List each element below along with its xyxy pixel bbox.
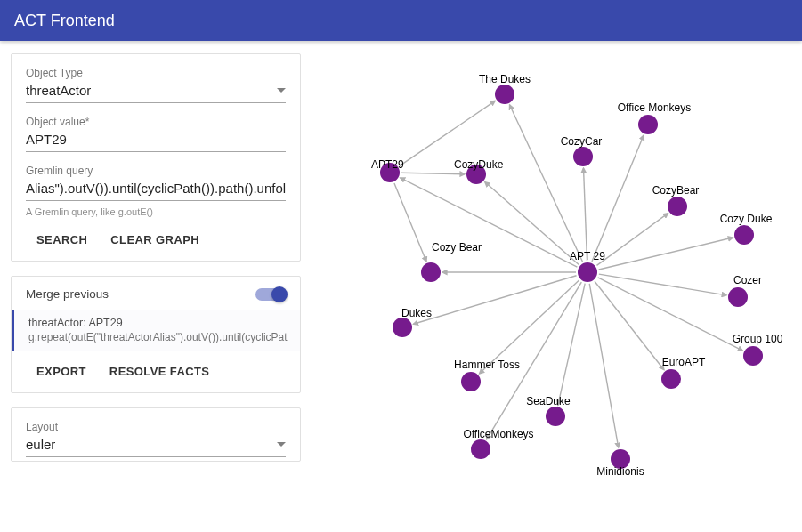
graph-svg: APT 29APT29CozyDukeThe DukesCozyCarOffic… (312, 41, 802, 532)
graph-edge (596, 214, 668, 266)
history-item[interactable]: threatActor: APT29 g.repeat(outE("threat… (12, 310, 300, 351)
graph-node-label: CozyDuke (454, 158, 504, 171)
gremlin-helper: A Gremlin query, like g.outE() (26, 206, 286, 217)
graph-node[interactable] (471, 439, 490, 459)
graph-node[interactable] (661, 369, 681, 389)
graph-node-label: CozyCar (561, 135, 603, 148)
clear-graph-button[interactable]: Clear Graph (107, 228, 203, 252)
graph-node[interactable] (495, 85, 514, 104)
gremlin-label: Gremlin query (26, 165, 286, 177)
search-button[interactable]: Search (33, 228, 91, 252)
graph-node[interactable] (393, 318, 412, 337)
chevron-down-icon (277, 442, 286, 447)
graph-node-label: Office Monkeys (618, 101, 691, 114)
layout-value: euler (26, 437, 55, 452)
history-button-row: Export Resolve Facts (26, 352, 286, 383)
merge-previous-row: Merge previous (26, 287, 286, 310)
graph-node[interactable] (546, 407, 565, 426)
graph-node-label: Cozer (733, 274, 762, 286)
graph-node[interactable] (668, 197, 687, 216)
graph-node-label: Minidionis (596, 465, 644, 478)
history-card: Merge previous threatActor: APT29 g.repe… (11, 276, 301, 393)
merge-previous-toggle[interactable] (255, 288, 286, 301)
graph-edge (592, 135, 644, 262)
graph-node-label: Dukes (401, 307, 432, 319)
search-card: Object Type threatActor Object value* Gr… (11, 53, 301, 262)
graph-node-label: APT 29 (570, 250, 605, 262)
graph-node[interactable] (461, 372, 481, 391)
layout-label: Layout (26, 421, 286, 433)
object-value-field: Object value* (26, 116, 286, 152)
resolve-facts-button[interactable]: Resolve Facts (106, 359, 214, 383)
graph-canvas[interactable]: APT 29APT29CozyDukeThe DukesCozyCarOffic… (312, 41, 802, 532)
app-title: ACT Frontend (14, 12, 115, 30)
graph-edge (400, 101, 496, 165)
main-layout: Object Type threatActor Object value* Gr… (0, 41, 802, 532)
history-item-subtitle: g.repeat(outE("threatActorAlias").outV()… (28, 331, 295, 343)
graph-edge (583, 168, 587, 261)
graph-node-center[interactable] (578, 262, 597, 282)
graph-node-label: SeaDuke (526, 395, 571, 407)
graph-node-label: The Dukes (479, 73, 531, 85)
history-item-title: threatActor: APT29 (28, 317, 295, 329)
appbar: ACT Frontend (0, 0, 802, 41)
graph-node-label: Cozy Duke (720, 213, 773, 225)
graph-node[interactable] (638, 115, 658, 134)
graph-edge (413, 276, 576, 325)
graph-node[interactable] (573, 147, 593, 166)
graph-node-label: Hammer Toss (454, 359, 520, 371)
sidebar: Object Type threatActor Object value* Gr… (0, 41, 312, 532)
object-type-value: threatActor (26, 83, 91, 98)
graph-edge (558, 284, 585, 406)
graph-edge (401, 173, 465, 173)
graph-edge (589, 284, 618, 447)
object-type-field[interactable]: Object Type threatActor (26, 67, 286, 103)
object-value-label: Object value* (26, 116, 286, 128)
graph-node-label: EuroAPT (662, 356, 706, 368)
graph-node[interactable] (728, 287, 748, 307)
graph-node-label: APT29 (371, 158, 404, 171)
gremlin-input[interactable] (26, 177, 286, 201)
merge-previous-label: Merge previous (26, 287, 109, 301)
graph-node-label: Cozy Bear (432, 241, 482, 254)
graph-edge (599, 274, 726, 295)
graph-edge (599, 238, 733, 270)
graph-node-label: OfficeMonkeys (463, 428, 533, 440)
search-button-row: Search Clear Graph (26, 221, 286, 252)
object-type-label: Object Type (26, 67, 286, 79)
graph-edge (394, 183, 426, 262)
graph-edge (401, 178, 578, 267)
graph-edge (595, 281, 664, 370)
layout-field[interactable]: Layout euler (26, 421, 286, 457)
graph-node[interactable] (734, 225, 754, 245)
graph-node-label: CozyBear (652, 184, 700, 197)
graph-node[interactable] (743, 346, 763, 366)
layout-card: Layout euler (11, 407, 301, 462)
gremlin-field: Gremlin query A Gremlin query, like g.ou… (26, 165, 286, 217)
chevron-down-icon (277, 88, 286, 93)
toggle-thumb-icon (271, 286, 288, 302)
object-value-input[interactable] (26, 128, 286, 152)
graph-node[interactable] (421, 262, 441, 282)
graph-node-label: Group 100 (733, 333, 783, 345)
export-button[interactable]: Export (33, 359, 90, 383)
